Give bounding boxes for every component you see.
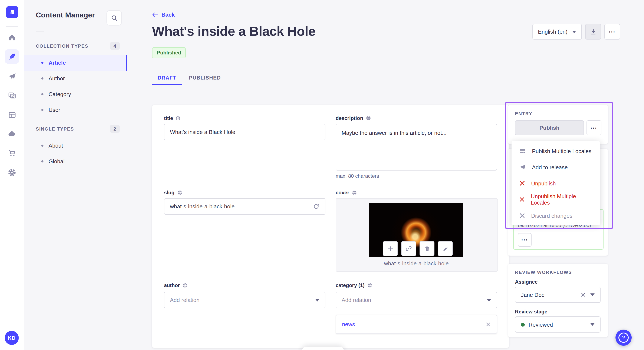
menu-item-label: Add to release [532,164,568,170]
title-input[interactable]: What's inside a Black Hole [164,124,326,140]
cloud-icon [8,130,16,138]
globe-icon [182,283,188,288]
app-window: KD Content Manager COLLECTION TYPES 4 Ar… [0,0,644,350]
entry-more-button[interactable]: ••• [586,120,602,135]
menu-item-unpublish-multiple-locales[interactable]: Unpublish Multiple Locales [512,191,600,207]
user-avatar[interactable]: KD [5,331,19,345]
paper-plane-icon [519,164,526,171]
category-relation-select[interactable]: Add relation [336,292,497,308]
rail-item-deploy[interactable] [5,127,19,141]
relation-link[interactable]: news [342,321,355,328]
layout-icon [8,111,16,119]
sidebar-item-label: Global [48,158,64,165]
cover-delete-button[interactable] [420,241,434,256]
back-label: Back [162,11,175,18]
strapi-logo[interactable] [6,6,18,18]
sidebar-item-user[interactable]: User [24,102,127,118]
gear-icon [8,169,16,177]
search-button[interactable] [106,10,122,25]
bottom-toolbar-peek[interactable] [302,347,344,350]
sidebar-item-category[interactable]: Category [24,86,127,102]
rail-item-settings[interactable] [5,166,19,180]
menu-item-add-to-release[interactable]: Add to release [512,159,600,175]
section-collection-types: COLLECTION TYPES [36,43,88,48]
header-more-button[interactable]: ••• [604,24,620,39]
back-link[interactable]: Back [152,11,175,18]
bullet-dot [41,62,44,64]
remove-relation-icon[interactable] [486,322,491,327]
cover-actions [383,241,453,256]
globe-icon [367,283,372,288]
menu-item-unpublish[interactable]: Unpublish [512,175,600,191]
description-hint: max. 80 characters [336,173,379,179]
sidebar [24,0,127,350]
review-stage-select[interactable]: Reviewed [515,316,600,333]
stage-status-dot [521,323,525,326]
field-label-category: category (1) [336,282,372,288]
plus-icon [388,246,393,252]
label-text: description [336,115,363,121]
category-placeholder: Add relation [342,297,371,303]
chevron-down-icon [572,30,576,33]
rail-item-home[interactable] [5,30,19,45]
sidebar-item-about[interactable]: About [24,138,127,154]
menu-item-label: Discard changes [531,212,572,219]
menu-item-label: Unpublish Multiple Locales [531,193,592,206]
bullet-dot [41,109,44,111]
cover-add-button[interactable] [383,241,398,256]
author-relation-select[interactable]: Add relation [164,292,326,308]
locale-value: English (en) [538,28,568,35]
page-title: What's inside a Black Hole [152,24,316,39]
regenerate-icon[interactable] [313,203,320,210]
globe-icon [352,190,357,195]
clear-assignee-icon[interactable] [580,292,586,297]
feather-icon [8,53,16,60]
tab-published[interactable]: PUBLISHED [189,71,221,84]
globe-icon [366,116,371,121]
assignee-value: Jane Doe [521,292,544,298]
cover-edit-button[interactable] [438,241,453,256]
chevron-down-icon [315,299,320,301]
publish-button[interactable]: Publish [515,120,584,135]
label-text: cover [336,190,349,196]
sidebar-item-author[interactable]: Author [24,71,127,86]
ellipsis-icon: ••• [591,126,597,130]
sidebar-item-label: Category [48,91,71,97]
pencil-icon [442,246,448,252]
sidebar-item-global[interactable]: Global [24,154,127,169]
menu-item-publish-multiple-locales[interactable]: Publish Multiple Locales [512,143,600,159]
category-relation-item[interactable]: news [336,315,497,334]
tab-draft[interactable]: DRAFT [152,71,182,85]
field-label-author: author [164,282,188,288]
rail-item-marketplace[interactable] [5,146,19,160]
label-text: title [164,115,173,121]
slug-input[interactable]: what-s-inside-a-black-hole [164,198,326,215]
bullet-dot [41,77,44,80]
paper-plane-icon [8,72,16,80]
cover-copy-link-button[interactable] [401,241,416,256]
description-textarea[interactable]: Maybe the answer is in this article, or … [336,124,497,171]
assignee-select[interactable]: Jane Doe [515,287,600,303]
release-more-button[interactable]: ••• [518,233,532,247]
chevron-down-icon [590,293,594,296]
single-types-count-badge: 2 [110,125,120,133]
title-input-value: What's inside a Black Hole [170,129,235,135]
ellipsis-icon: ••• [522,238,528,242]
rail-item-media-library[interactable] [5,88,19,103]
rail-divider [6,26,18,27]
list-plus-icon [519,148,526,154]
rail-item-content-manager[interactable] [5,49,19,64]
locale-select[interactable]: English (en) [532,24,582,39]
sidebar-item-article[interactable]: Article [24,55,127,71]
assignee-label: Assignee [515,279,538,285]
cart-icon [8,149,16,157]
help-button[interactable]: ? [616,330,632,346]
rail-item-content-type-builder[interactable] [5,108,19,122]
rail-item-releases[interactable] [5,69,19,83]
menu-item-discard-changes[interactable]: Discard changes [512,207,600,224]
menu-item-label: Unpublish [531,180,556,186]
download-button[interactable] [585,24,601,39]
media-images-icon [8,91,16,99]
stage-value: Reviewed [528,321,553,328]
trash-icon [424,246,430,252]
